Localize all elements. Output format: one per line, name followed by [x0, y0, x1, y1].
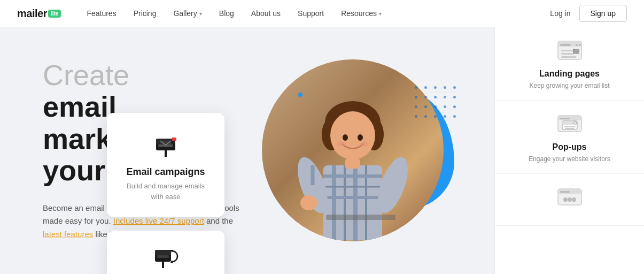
nav-support[interactable]: Support: [298, 9, 324, 18]
logo-badge: lite: [48, 10, 61, 18]
person-silhouette: [283, 86, 422, 241]
nav-features[interactable]: Features: [87, 9, 116, 18]
more-card: [495, 174, 644, 226]
svg-point-40: [576, 44, 578, 46]
logo[interactable]: mailerlite: [17, 7, 61, 20]
svg-point-61: [568, 197, 572, 202]
svg-rect-55: [564, 126, 576, 127]
svg-point-60: [563, 197, 568, 202]
popups-desc: Engage your website visitors: [529, 154, 610, 164]
nav-resources[interactable]: Resources ▾: [341, 9, 382, 18]
popups-title: Pop-ups: [553, 142, 587, 152]
svg-point-41: [579, 44, 581, 46]
mailbox-icon: [150, 128, 182, 160]
svg-point-62: [572, 197, 576, 202]
svg-rect-59: [560, 191, 570, 193]
svg-rect-56: [565, 128, 575, 129]
chevron-down-icon: ▾: [199, 11, 202, 17]
popups-card: Pop-ups Engage your website visitors: [495, 101, 644, 174]
logo-text: mailer: [17, 7, 47, 20]
svg-rect-36: [162, 262, 164, 268]
svg-point-46: [573, 49, 575, 51]
svg-rect-23: [165, 149, 167, 157]
more-icon: [556, 184, 584, 211]
signup-button[interactable]: Sign up: [579, 5, 627, 22]
automation-icon: [150, 241, 182, 273]
dot-pattern-decoration: [415, 86, 460, 121]
email-campaigns-title: Email campaigns: [120, 166, 212, 178]
landing-pages-title: Landing pages: [539, 69, 600, 79]
nav-links: Features Pricing Gallery ▾ Blog About us…: [87, 9, 550, 18]
latest-features-link[interactable]: latest features: [43, 230, 93, 239]
hero-section: Create email marketing your way Become a…: [0, 27, 644, 274]
svg-rect-39: [560, 44, 571, 46]
svg-point-20: [300, 195, 317, 210]
landing-pages-desc: Keep growing your email list: [529, 81, 609, 90]
svg-rect-28: [172, 138, 176, 141]
live-support-link[interactable]: Includes live 24/7 support: [113, 216, 204, 225]
nav-pricing[interactable]: Pricing: [134, 9, 157, 18]
nav-about[interactable]: About us: [251, 9, 281, 18]
svg-rect-22: [326, 215, 395, 220]
landing-page-icon: [556, 37, 584, 65]
svg-point-4: [330, 111, 375, 159]
email-campaigns-desc: Build and manage emails with ease: [120, 181, 212, 202]
navbar: mailerlite Features Pricing Gallery ▾ Bl…: [0, 0, 644, 27]
svg-rect-49: [560, 118, 570, 119]
feature-cards-panel: Landing pages Keep growing your email li…: [494, 27, 644, 274]
svg-rect-44: [561, 56, 576, 58]
nav-gallery[interactable]: Gallery ▾: [173, 9, 201, 18]
svg-rect-33: [157, 255, 169, 258]
nav-actions: Log in Sign up: [550, 5, 627, 22]
svg-rect-32: [155, 250, 171, 255]
svg-point-5: [343, 134, 348, 141]
chevron-down-icon-resources: ▾: [379, 11, 382, 17]
automations-card: Automations: [107, 231, 224, 274]
nav-blog[interactable]: Blog: [219, 9, 234, 18]
popup-icon: [556, 110, 584, 138]
login-link[interactable]: Log in: [550, 9, 570, 18]
svg-rect-17: [345, 159, 360, 169]
hero-create-label: Create: [43, 59, 252, 91]
svg-point-7: [337, 141, 345, 147]
decorative-dot: [298, 93, 302, 97]
email-campaigns-card: Email campaigns Build and manage emails …: [107, 113, 224, 217]
svg-rect-43: [561, 53, 574, 55]
svg-point-6: [358, 134, 363, 141]
svg-point-8: [360, 141, 369, 147]
landing-pages-card: Landing pages Keep growing your email li…: [495, 27, 644, 101]
